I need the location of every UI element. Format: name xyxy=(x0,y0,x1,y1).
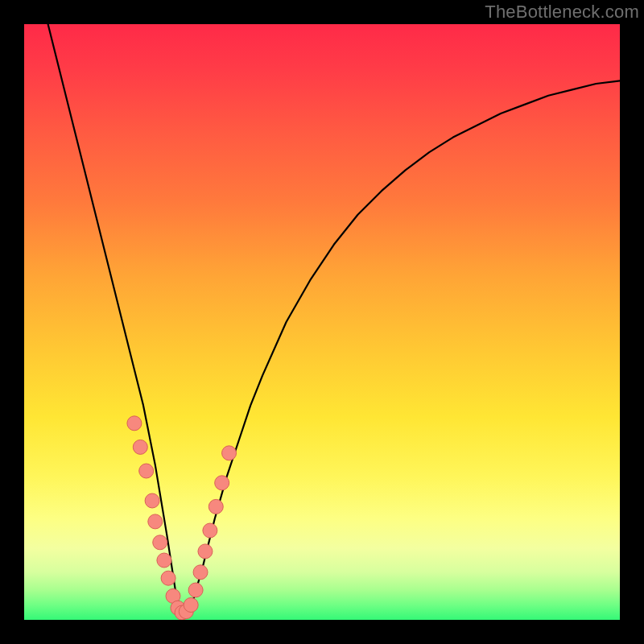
sample-dot xyxy=(145,493,159,508)
plot-area xyxy=(24,24,620,620)
sample-dot xyxy=(153,535,167,550)
sample-dot xyxy=(208,499,223,514)
sample-dots-group xyxy=(127,416,237,620)
sample-dot xyxy=(203,523,217,538)
sample-dot xyxy=(161,571,175,585)
sample-dot xyxy=(139,464,154,478)
bottleneck-curve-path xyxy=(48,24,620,614)
sample-dot xyxy=(193,565,208,580)
sample-dot xyxy=(148,514,163,529)
sample-dot xyxy=(198,544,213,559)
sample-dot xyxy=(157,553,171,568)
sample-dot xyxy=(127,416,142,431)
watermark-text: TheBottleneck.com xyxy=(485,2,639,23)
sample-dot xyxy=(133,440,147,454)
sample-dot xyxy=(215,476,229,490)
outer-frame: TheBottleneck.com xyxy=(0,0,644,644)
sample-dot xyxy=(184,598,198,613)
sample-dot xyxy=(188,583,203,597)
sample-dot xyxy=(222,446,237,460)
chart-svg xyxy=(24,24,620,620)
